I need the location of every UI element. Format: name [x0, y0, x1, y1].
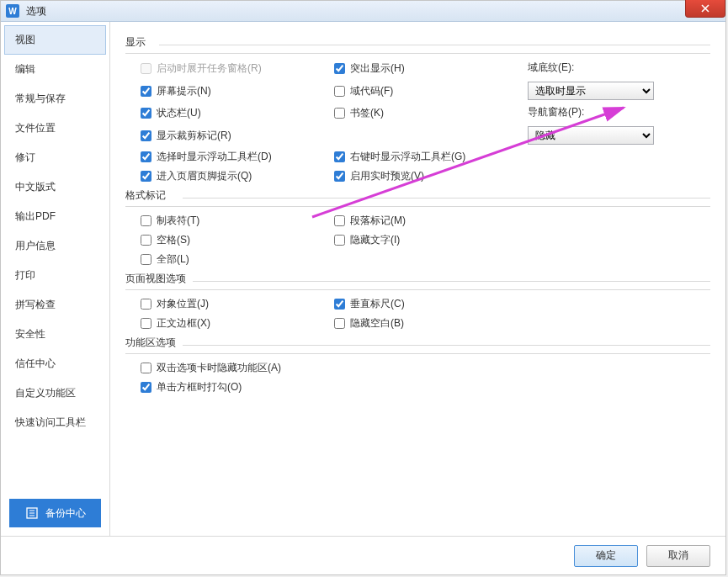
sidebar-item-7[interactable]: 用户信息	[4, 231, 106, 261]
sidebar-item-2[interactable]: 常规与保存	[4, 84, 106, 114]
sidebar-item-1[interactable]: 编辑	[4, 55, 106, 84]
field-shading-label: 域底纹(E):	[528, 61, 710, 75]
cb-status-bar[interactable]: 状态栏(U)	[141, 106, 201, 120]
backup-label: 备份中心	[45, 506, 86, 521]
nav-pane-select[interactable]: 隐藏	[528, 126, 654, 145]
sidebar-item-5[interactable]: 中文版式	[4, 172, 106, 202]
cb-highlight[interactable]: 突出显示(H)	[334, 61, 405, 76]
cb-paragraph[interactable]: 段落标记(M)	[334, 214, 406, 228]
app-icon: W	[6, 4, 19, 18]
cancel-button[interactable]: 取消	[646, 545, 710, 567]
sidebar-item-9[interactable]: 拼写检查	[4, 290, 106, 320]
cb-text-border[interactable]: 正文边框(X)	[141, 316, 210, 331]
cb-field-codes[interactable]: 域代码(F)	[334, 84, 393, 98]
cb-tabs[interactable]: 制表符(T)	[141, 214, 199, 228]
sidebar-item-10[interactable]: 安全性	[4, 320, 106, 349]
nav-pane-label: 导航窗格(P):	[528, 105, 710, 119]
cb-vertical-ruler[interactable]: 垂直标尺(C)	[334, 297, 405, 311]
group-display-title: 显示	[125, 35, 710, 54]
group-ribbon-title: 功能区选项	[125, 336, 710, 354]
cb-floating-rclick[interactable]: 右键时显示浮动工具栏(G)	[334, 150, 465, 164]
cb-object-position[interactable]: 对象位置(J)	[141, 297, 209, 311]
sidebar-item-4[interactable]: 修订	[4, 143, 106, 172]
titlebar: W 选项	[1, 1, 725, 22]
cb-screen-tips[interactable]: 屏幕提示(N)	[141, 84, 211, 98]
backup-center-button[interactable]: 备份中心	[9, 499, 101, 527]
ok-button[interactable]: 确定	[574, 545, 638, 567]
group-format-title: 格式标记	[125, 188, 710, 207]
close-icon	[701, 4, 709, 13]
backup-icon	[25, 506, 39, 520]
cb-click-check[interactable]: 单击方框时打勾(O)	[141, 380, 242, 394]
dialog-title: 选项	[26, 4, 46, 19]
cb-hidden-text[interactable]: 隐藏文字(I)	[334, 233, 400, 247]
sidebar-item-6[interactable]: 输出PDF	[4, 202, 106, 231]
footer: 确定 取消	[1, 536, 725, 574]
cb-all[interactable]: 全部(L)	[141, 252, 189, 267]
cb-startup-taskpane[interactable]: 启动时展开任务窗格(R)	[141, 61, 262, 76]
sidebar-item-8[interactable]: 打印	[4, 261, 106, 290]
options-dialog: W 选项 视图编辑常规与保存文件位置修订中文版式输出PDF用户信息打印拼写检查安…	[0, 0, 726, 575]
cb-live-preview[interactable]: 启用实时预览(V)	[334, 169, 424, 183]
cb-hide-blank[interactable]: 隐藏空白(B)	[334, 316, 404, 331]
content-panel: 显示 启动时展开任务窗格(R) 突出显示(H) 域底纹(E): 屏幕提示(N) …	[110, 22, 725, 536]
sidebar-item-3[interactable]: 文件位置	[4, 114, 106, 143]
group-pageview-title: 页面视图选项	[125, 272, 710, 290]
sidebar-item-12[interactable]: 自定义功能区	[4, 378, 106, 408]
cb-crop-marks[interactable]: 显示裁剪标记(R)	[141, 129, 231, 143]
cb-floating-select[interactable]: 选择时显示浮动工具栏(D)	[141, 150, 272, 164]
field-shading-select[interactable]: 选取时显示	[528, 82, 654, 100]
close-button[interactable]	[685, 0, 725, 18]
sidebar: 视图编辑常规与保存文件位置修订中文版式输出PDF用户信息打印拼写检查安全性信任中…	[1, 22, 110, 536]
cb-bookmarks[interactable]: 书签(K)	[334, 106, 384, 120]
cb-spaces[interactable]: 空格(S)	[141, 233, 190, 247]
sidebar-item-13[interactable]: 快速访问工具栏	[4, 408, 106, 437]
cb-dblclick-hide[interactable]: 双击选项卡时隐藏功能区(A)	[141, 361, 281, 375]
cb-header-footer-hint[interactable]: 进入页眉页脚提示(Q)	[141, 169, 252, 183]
sidebar-item-11[interactable]: 信任中心	[4, 349, 106, 378]
sidebar-item-0[interactable]: 视图	[4, 25, 106, 55]
